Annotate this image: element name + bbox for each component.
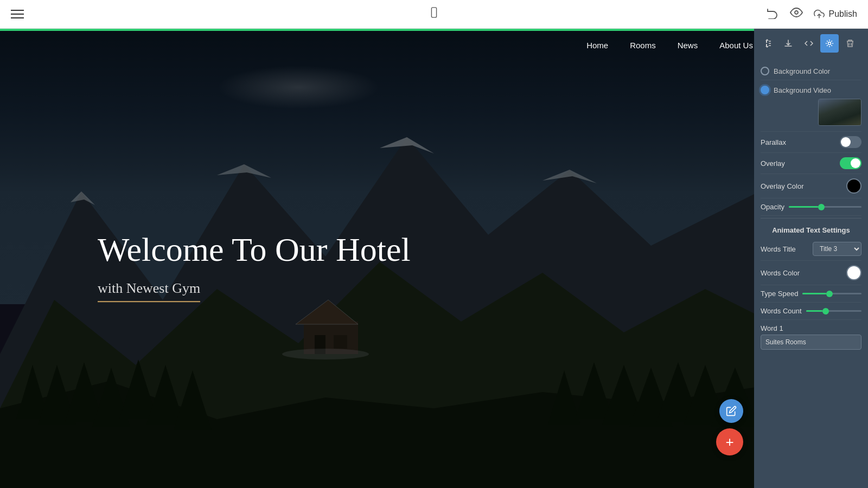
publish-label: Publish (829, 9, 857, 19)
type-speed-row: Type Speed (761, 285, 861, 303)
hero-title: Welcome To Our Hotel (98, 229, 411, 269)
parallax-label: Parallax (761, 138, 786, 146)
undo-icon[interactable] (766, 6, 779, 22)
parallax-toggle[interactable] (840, 136, 861, 148)
eye-icon[interactable] (790, 6, 803, 22)
nav-home[interactable]: Home (586, 41, 608, 50)
animated-text-settings-title: Animated Text Settings (761, 221, 861, 237)
background-video-label: Background Video (774, 86, 831, 94)
topbar: Publish (0, 0, 868, 29)
background-video-row: Background Video (761, 80, 861, 132)
word-1-label: Word 1 (761, 324, 783, 332)
overlay-toggle[interactable] (840, 157, 861, 169)
overlay-row: Overlay (761, 153, 861, 174)
background-color-row: Background Color (761, 62, 861, 80)
section-divider-1 (761, 218, 861, 219)
opacity-label: Opacity (761, 203, 784, 211)
svg-point-35 (828, 42, 831, 45)
panel-toolbar (754, 29, 868, 58)
fab-edit-button[interactable] (719, 399, 743, 423)
opacity-slider[interactable] (789, 206, 861, 208)
background-video-radio[interactable] (761, 86, 769, 94)
topbar-center (428, 7, 440, 22)
canvas-area: Home Rooms News About Us BOOK NOW Welcom… (0, 29, 868, 488)
words-title-label: Words Title (761, 245, 796, 253)
background-color-radio[interactable] (761, 67, 769, 75)
hero-subtitle: with Newest Gym (98, 280, 200, 302)
overlay-color-swatch[interactable] (846, 178, 861, 194)
words-title-select[interactable]: Title 3 Title 1 Title 2 Title 4 (813, 242, 861, 256)
overlay-color-label: Overlay Color (761, 182, 803, 190)
type-speed-slider[interactable] (802, 293, 861, 294)
nav-rooms[interactable]: Rooms (630, 41, 656, 50)
hero-content: Welcome To Our Hotel with Newest Gym (98, 229, 411, 302)
opacity-row: Opacity (761, 198, 861, 216)
navbar: Home Rooms News About Us BOOK NOW (0, 29, 868, 61)
words-color-swatch[interactable] (846, 265, 861, 280)
fab-add-icon: + (725, 434, 733, 451)
canvas-border-top (0, 29, 868, 31)
svg-rect-0 (431, 8, 436, 17)
topbar-right: Publish (766, 6, 857, 22)
topbar-left (11, 10, 24, 18)
svg-point-2 (795, 11, 798, 14)
code-tool-button[interactable] (800, 34, 818, 53)
trash-tool-button[interactable] (841, 34, 859, 53)
words-count-label: Words Count (761, 307, 802, 315)
right-panel: Background Color Background Video (754, 29, 868, 488)
publish-button[interactable]: Publish (814, 9, 857, 20)
fab-add-button[interactable]: + (716, 428, 743, 455)
type-speed-label: Type Speed (761, 290, 798, 298)
word-1-section: Word 1 (761, 320, 861, 354)
phone-icon (428, 8, 440, 21)
settings-tool-button[interactable] (820, 34, 839, 53)
words-color-row: Words Color (761, 261, 861, 285)
panel-content[interactable]: Background Color Background Video (754, 58, 868, 488)
words-title-row: Words Title Title 3 Title 1 Title 2 Titl… (761, 237, 861, 261)
parallax-row: Parallax (761, 132, 861, 153)
background-thumbnail[interactable] (818, 99, 861, 126)
words-count-row: Words Count (761, 303, 861, 320)
overlay-color-row: Overlay Color (761, 174, 861, 198)
words-count-slider[interactable] (806, 310, 861, 312)
sort-tool-button[interactable] (758, 34, 777, 53)
nav-about[interactable]: About Us (719, 41, 753, 50)
download-tool-button[interactable] (779, 34, 797, 53)
menu-icon[interactable] (11, 10, 24, 18)
nav-news[interactable]: News (678, 41, 698, 50)
words-color-label: Words Color (761, 269, 800, 277)
word-1-input[interactable] (761, 335, 861, 350)
background-color-label: Background Color (774, 67, 830, 75)
overlay-label: Overlay (761, 159, 785, 168)
